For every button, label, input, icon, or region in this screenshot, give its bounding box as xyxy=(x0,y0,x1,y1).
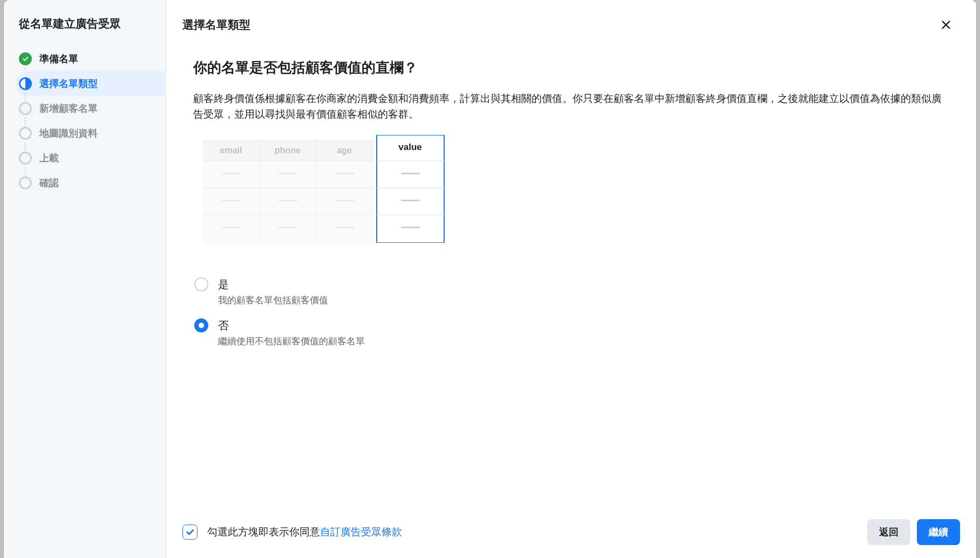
radio-icon xyxy=(194,318,208,332)
section-description: 顧客終身價值係根據顧客在你商家的消費金額和消費頻率，計算出與其相關的價值。你只要… xyxy=(193,91,949,122)
radio-icon xyxy=(194,277,208,291)
check-icon xyxy=(185,527,195,537)
radio-option-yes[interactable]: 是 我的顧客名單包括顧客價值 xyxy=(194,277,949,307)
radio-content: 否 繼續使用不包括顧客價值的顧客名單 xyxy=(218,318,365,348)
svg-rect-26 xyxy=(401,173,420,174)
step-label: 地圖識別資料 xyxy=(39,127,98,140)
svg-text:value: value xyxy=(398,142,421,152)
terms-checkbox[interactable] xyxy=(182,525,198,540)
svg-text:email: email xyxy=(220,146,242,155)
main-content: 選擇名單類型 你的名單是否包括顧客價值的直欄？ 顧客終身價值係根據顧客在你商家的… xyxy=(166,0,976,558)
radio-description: 繼續使用不包括顧客價值的顧客名單 xyxy=(218,335,365,348)
back-button[interactable]: 返回 xyxy=(867,519,910,545)
svg-text:phone: phone xyxy=(275,146,301,155)
svg-rect-20 xyxy=(335,227,354,228)
svg-rect-14 xyxy=(335,173,354,174)
sidebar-title: 從名單建立廣告受眾 xyxy=(4,16,166,46)
pending-step-icon xyxy=(19,176,32,189)
radio-label: 是 xyxy=(218,277,328,292)
svg-rect-27 xyxy=(401,200,420,201)
svg-rect-19 xyxy=(278,227,297,228)
step-label: 選擇名單類型 xyxy=(39,77,98,90)
step-map-data[interactable]: 地圖識別資料 xyxy=(16,121,166,146)
sidebar: 從名單建立廣告受眾 準備名單 選擇名單類型 新增顧客名單 xyxy=(4,0,166,558)
step-label: 確認 xyxy=(39,176,59,189)
svg-rect-15 xyxy=(222,200,241,201)
footer-agreement: 勾選此方塊即表示你同意自訂廣告受眾條款 xyxy=(182,525,402,540)
close-icon xyxy=(940,19,952,31)
step-add-customers[interactable]: 新增顧客名單 xyxy=(16,96,166,121)
radio-label: 否 xyxy=(218,318,365,333)
content-body: 你的名單是否包括顧客價值的直欄？ 顧客終身價值係根據顧客在你商家的消費金額和消費… xyxy=(166,46,976,508)
step-select-type[interactable]: 選擇名單類型 xyxy=(16,71,166,96)
step-label: 準備名單 xyxy=(39,52,78,65)
terms-link[interactable]: 自訂廣告受眾條款 xyxy=(320,526,402,537)
step-upload[interactable]: 上載 xyxy=(16,146,166,171)
current-step-icon xyxy=(19,77,32,90)
table-illustration: email phone age xyxy=(203,135,949,245)
svg-rect-12 xyxy=(222,173,241,174)
main-header: 選擇名單類型 xyxy=(166,0,976,46)
radio-option-no[interactable]: 否 繼續使用不包括顧客價值的顧客名單 xyxy=(194,318,949,348)
svg-rect-18 xyxy=(222,227,241,228)
footer-buttons: 返回 繼續 xyxy=(867,519,960,545)
svg-rect-16 xyxy=(278,200,297,201)
pending-step-icon xyxy=(19,102,32,115)
step-label: 上載 xyxy=(39,152,59,165)
continue-button[interactable]: 繼續 xyxy=(917,519,960,545)
pending-step-icon xyxy=(19,152,32,165)
pending-step-icon xyxy=(19,127,32,140)
step-label: 新增顧客名單 xyxy=(39,102,98,115)
section-heading: 你的名單是否包括顧客價值的直欄？ xyxy=(193,58,949,77)
page-title: 選擇名單類型 xyxy=(182,17,250,32)
step-prepare-list[interactable]: 準備名單 xyxy=(16,46,166,71)
checkbox-label: 勾選此方塊即表示你同意自訂廣告受眾條款 xyxy=(207,525,402,539)
svg-text:age: age xyxy=(337,146,352,155)
svg-rect-17 xyxy=(335,200,354,201)
svg-rect-13 xyxy=(278,173,297,174)
radio-group: 是 我的顧客名單包括顧客價值 否 繼續使用不包括顧客價值的顧客名單 xyxy=(193,277,949,348)
check-circle-icon xyxy=(19,52,32,65)
radio-content: 是 我的顧客名單包括顧客價值 xyxy=(218,277,328,307)
radio-description: 我的顧客名單包括顧客價值 xyxy=(218,294,328,307)
step-list: 準備名單 選擇名單類型 新增顧客名單 地圖識別資料 xyxy=(4,46,166,195)
step-confirm[interactable]: 確認 xyxy=(16,171,166,195)
close-button[interactable] xyxy=(936,15,956,35)
agreement-text: 勾選此方塊即表示你同意 xyxy=(207,526,320,537)
modal-container: 從名單建立廣告受眾 準備名單 選擇名單類型 新增顧客名單 xyxy=(4,0,976,558)
svg-rect-28 xyxy=(401,227,420,228)
footer: 勾選此方塊即表示你同意自訂廣告受眾條款 返回 繼續 xyxy=(166,508,976,558)
